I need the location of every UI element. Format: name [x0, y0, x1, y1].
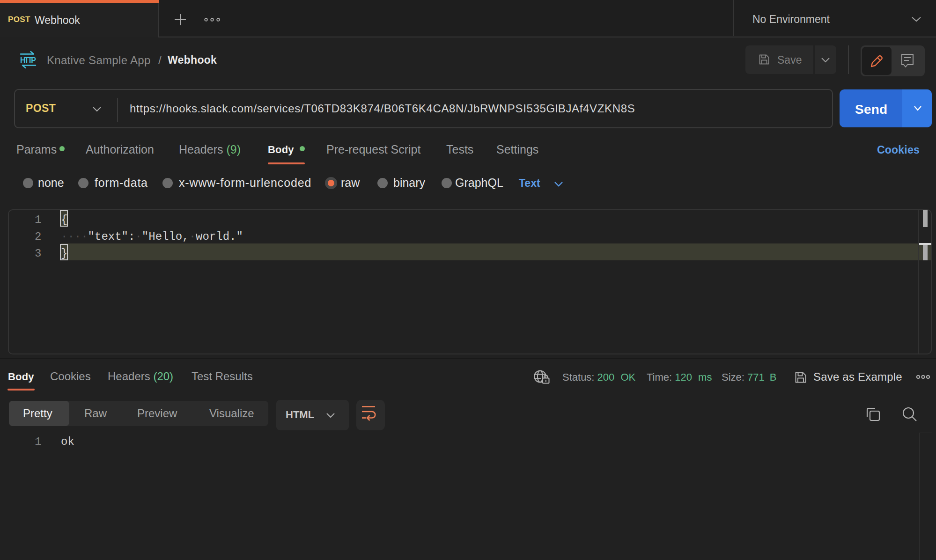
svg-text:HTTP: HTTP	[20, 56, 36, 64]
